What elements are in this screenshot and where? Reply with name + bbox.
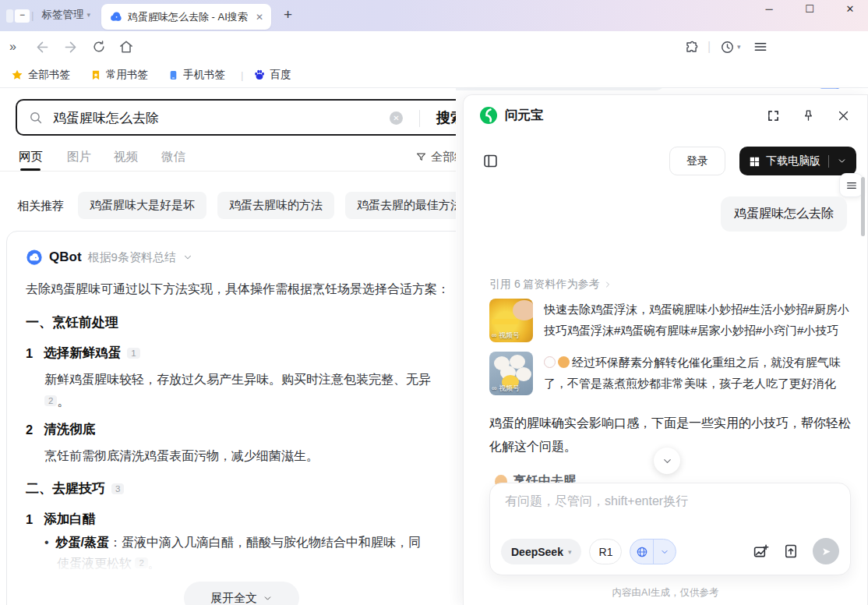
citation-badge[interactable]: 1 [127, 348, 139, 359]
list-item-title: 1添加白醋 [26, 511, 456, 528]
tab-wechat[interactable]: 微信 [161, 149, 185, 165]
tab-bar: − | 标签管理 ▾ 鸡蛋腥味怎么去除 - AI搜索 ✕ + ─ ☐ ✕ [0, 0, 868, 31]
login-button[interactable]: 登录 [669, 147, 725, 175]
close-icon[interactable] [837, 109, 850, 122]
related-chip[interactable]: 鸡蛋去腥味的方法 [217, 192, 334, 219]
panel-scrollbar[interactable] [861, 177, 865, 236]
tab-title: 鸡蛋腥味怎么去除 - AI搜索 [128, 10, 251, 24]
upload-file-icon[interactable] [783, 543, 799, 559]
overflow-chevrons-button[interactable]: » [9, 40, 16, 54]
pin-icon[interactable] [802, 109, 815, 122]
qbot-logo-icon [26, 249, 43, 266]
tab-videos[interactable]: 视频 [114, 149, 138, 165]
search-button[interactable]: 搜索 [436, 108, 456, 127]
ai-disclaimer: 内容由AI生成，仅供参考 [464, 586, 867, 600]
download-label: 下载电脑版 [766, 154, 820, 168]
home-button[interactable] [118, 39, 134, 55]
chevron-down-icon: ▾ [568, 548, 572, 556]
fade-overlay [7, 547, 455, 582]
related-chip[interactable]: 鸡蛋腥味大是好是坏 [78, 192, 206, 219]
filter-all-results[interactable]: 全部结 [415, 150, 456, 165]
search-query-text[interactable]: 鸡蛋腥味怎么去除 [53, 109, 159, 127]
star-icon [11, 69, 23, 81]
window-minimize-button[interactable]: ─ [757, 3, 781, 15]
tab-images[interactable]: 图片 [67, 149, 91, 165]
expand-full-text-button[interactable]: 展开全文 [184, 582, 299, 605]
history-clock-icon[interactable]: ▾ [720, 40, 741, 55]
citation-text: 经过环保酵素分解转化催化重组之后，就没有腥气味了，不管是蒸煮煎炒都非常美味，孩子… [544, 352, 849, 395]
send-button[interactable] [813, 538, 839, 564]
phone-icon [168, 69, 178, 81]
scroll-to-bottom-button[interactable] [654, 448, 680, 474]
search-icon [29, 111, 44, 126]
list-item-text: 2。 [26, 394, 456, 410]
bookmark-mobile[interactable]: 手机书签 [168, 68, 225, 82]
window-close-button[interactable]: ✕ [838, 3, 862, 15]
citation-badge[interactable]: 3 [111, 483, 124, 494]
citation-card[interactable]: ∞ 视频号 经过环保酵素分解转化催化重组之后，就没有腥气味了，不管是蒸煮煎炒都非… [489, 352, 849, 395]
bookmark-label: 常用书签 [106, 68, 148, 82]
chevron-down-icon[interactable] [182, 252, 193, 263]
toolbar-divider: | [707, 40, 711, 54]
list-item-text: 烹饪前需彻底清洗鸡蛋表面污物，减少细菌滋生。 [26, 445, 456, 467]
clear-search-icon[interactable]: ✕ [390, 111, 403, 125]
tab-manager-menu[interactable]: | 标签管理 ▾ [31, 8, 90, 22]
download-desktop-button[interactable]: 下载电脑版 [739, 147, 856, 175]
filter-label: 全部结 [431, 150, 456, 165]
divider [828, 155, 829, 168]
back-button[interactable] [34, 39, 51, 55]
tab-list-button[interactable]: − [6, 9, 30, 23]
model-selector[interactable]: DeepSeek ▾ [501, 539, 581, 564]
bookmark-common[interactable]: 常用书签 [90, 68, 148, 82]
citation-text: 快速去除鸡蛋浮沫，鸡蛋碗腥味小妙招#生活小妙招#厨房小技巧鸡蛋浮沫#鸡蛋碗有腥味… [544, 299, 849, 342]
bookmark-label: 手机书签 [183, 68, 225, 82]
window-maximize-button[interactable]: ☐ [798, 3, 821, 15]
list-item-title: 1选择新鲜鸡蛋 1 [26, 345, 456, 362]
send-arrow-icon [820, 546, 832, 557]
browser-toolbar: » https://aisearch.sogou.com/tx?vfrom=ai… [0, 31, 868, 62]
chevron-down-icon[interactable] [837, 156, 847, 166]
chat-input-card: DeepSeek ▾ R1 [489, 483, 851, 575]
hamburger-icon [845, 179, 858, 192]
minimize-tabs-icon: − [15, 9, 30, 23]
search-box[interactable]: 鸡蛋腥味怎么去除 ✕ 搜索 [16, 99, 456, 136]
egg-emoji [558, 356, 570, 368]
section-heading: 二、去腥技巧 3 [26, 479, 456, 497]
panel-title: 问元宝 [505, 107, 544, 124]
model-variant-toggle[interactable]: R1 [589, 539, 622, 564]
web-search-toggle[interactable] [630, 539, 676, 564]
tab-web[interactable]: 网页 [19, 149, 43, 165]
bookmark-all[interactable]: 全部书签 [11, 68, 70, 82]
bookmark-baidu[interactable]: 百度 [253, 68, 291, 82]
model-label: DeepSeek [511, 546, 563, 558]
add-image-icon[interactable] [753, 543, 769, 560]
bookmark-ribbon-icon [90, 69, 101, 81]
panel-menu-button[interactable] [839, 173, 863, 197]
search-results-panel: 鸡蛋腥味怎么去除 ✕ 搜索 网页 图片 视频 微信 全部结 相关推荐 鸡蛋腥味大… [0, 88, 456, 605]
chevron-down-icon [660, 547, 669, 557]
sogou-ai-favicon [109, 10, 122, 23]
expand-label: 展开全文 [210, 591, 257, 605]
chevron-down-icon: ▾ [87, 11, 91, 19]
forward-button[interactable] [62, 39, 79, 55]
baidu-paw-icon [253, 69, 266, 81]
sidebar-toggle-icon[interactable] [482, 153, 499, 169]
active-tab[interactable]: 鸡蛋腥味怎么去除 - AI搜索 ✕ [101, 4, 271, 30]
new-tab-button[interactable]: + [284, 6, 292, 23]
user-message-bubble: 鸡蛋腥味怎么去除 [721, 196, 847, 232]
related-chip[interactable]: 鸡蛋去腥的最佳方法 [345, 192, 456, 219]
extensions-icon[interactable] [684, 40, 699, 55]
divider: | [31, 9, 34, 21]
citations-toggle[interactable]: 引用 6 篇资料作为参考 [489, 278, 612, 292]
citation-badge[interactable]: 2 [44, 395, 57, 406]
video-thumbnail: ∞ 视频号 [489, 352, 533, 395]
chevron-right-icon [603, 280, 612, 289]
chat-input[interactable] [505, 494, 832, 525]
refresh-button[interactable] [91, 39, 107, 55]
menu-hamburger-icon[interactable] [753, 39, 768, 55]
related-suggestions: 相关推荐 鸡蛋腥味大是好是坏 鸡蛋去腥味的方法 鸡蛋去腥的最佳方法 冫 [0, 192, 456, 223]
bookmarks-bar: 全部书签 常用书签 手机书签 | 百度 [0, 62, 868, 88]
citation-card[interactable]: ∞ 视频号 快速去除鸡蛋浮沫，鸡蛋碗腥味小妙招#生活小妙招#厨房小技巧鸡蛋浮沫#… [489, 299, 849, 342]
tab-close-icon[interactable]: ✕ [256, 12, 263, 23]
fullscreen-icon[interactable] [767, 109, 780, 122]
